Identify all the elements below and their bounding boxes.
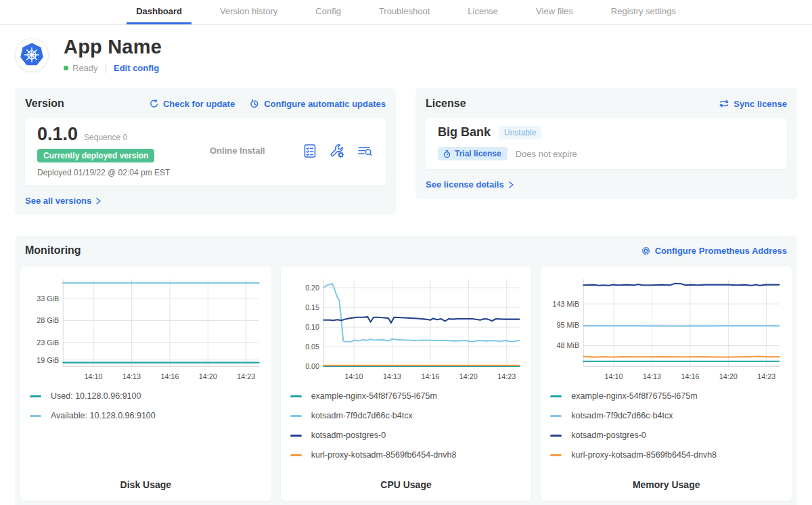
see-all-versions-label: See all versions (25, 196, 91, 206)
tab-view-files[interactable]: View files (526, 0, 583, 24)
tab-troubleshoot[interactable]: Troubleshoot (369, 0, 439, 24)
kubernetes-icon (18, 41, 45, 68)
preflight-checks-icon[interactable] (302, 143, 318, 159)
cpu-usage-legend: example-nginx-54f8f76755-l675mkotsadm-7f… (290, 391, 522, 470)
svg-text:14:10: 14:10 (605, 372, 623, 380)
svg-text:14:23: 14:23 (497, 372, 516, 380)
configure-prometheus-label: Configure Prometheus Address (655, 246, 787, 256)
trial-license-badge: Trial license (438, 147, 508, 160)
memory-usage-chart-card: 48 MiB95 MiB143 MiB14:1014:1314:1614:201… (541, 267, 792, 501)
memory-usage-chart: 48 MiB95 MiB143 MiB14:1014:1314:1614:201… (550, 273, 782, 383)
license-card-title: License (426, 97, 466, 110)
chart-title: Memory Usage (550, 474, 782, 493)
disk-usage-chart-card: 19 GiB23 GiB28 GiB33 GiB14:1014:1314:161… (20, 267, 271, 501)
app-logo (15, 38, 49, 72)
svg-text:14:13: 14:13 (122, 372, 141, 380)
install-type-label: Online Install (210, 146, 302, 156)
top-nav: Dashboard Version history Config Trouble… (0, 0, 812, 25)
legend-swatch-icon (550, 395, 562, 397)
svg-text:0.10: 0.10 (305, 323, 319, 331)
divider: | (105, 63, 107, 73)
svg-text:95 MiB: 95 MiB (557, 321, 580, 329)
legend-swatch-icon (550, 415, 562, 417)
tab-license[interactable]: License (458, 0, 508, 24)
page-title: App Name (64, 36, 162, 58)
expiry-text: Does not expire (516, 149, 577, 159)
sequence-label: Sequence 0 (84, 133, 127, 142)
svg-text:14:16: 14:16 (421, 372, 439, 380)
svg-text:28 GiB: 28 GiB (37, 316, 59, 324)
tab-dashboard[interactable]: Dashboard (127, 0, 191, 24)
legend-item: Available: 10.128.0.96:9100 (30, 411, 262, 420)
svg-text:0.05: 0.05 (305, 343, 319, 351)
see-license-details-link[interactable]: See license details (426, 179, 514, 190)
configure-prometheus-button[interactable]: Configure Prometheus Address (641, 246, 787, 256)
svg-text:33 GiB: 33 GiB (37, 294, 59, 303)
svg-text:14:20: 14:20 (199, 372, 217, 380)
legend-item: Used: 10.128.0.96:9100 (30, 391, 262, 401)
svg-text:0.20: 0.20 (305, 284, 319, 292)
legend-label: kurl-proxy-kotsadm-8569fb6454-dnvh8 (311, 450, 457, 460)
tab-registry-settings[interactable]: Registry settings (602, 0, 685, 24)
legend-swatch-icon (550, 435, 562, 437)
app-status: Ready (72, 63, 98, 73)
legend-swatch-icon (290, 435, 302, 437)
svg-text:14:13: 14:13 (383, 372, 401, 380)
app-header: App Name Ready | Edit config (15, 36, 797, 73)
clock-refresh-icon (250, 99, 260, 109)
legend-item: example-nginx-54f8f76755-l675m (550, 391, 782, 401)
monitoring-title: Monitoring (25, 244, 81, 257)
chart-title: CPU Usage (290, 474, 522, 493)
svg-text:48 MiB: 48 MiB (557, 341, 580, 349)
license-summary-row: Big Bank Unstable Trial license Does not… (426, 118, 787, 169)
version-number: 0.1.0 (37, 124, 78, 145)
legend-swatch-icon (30, 395, 41, 397)
see-all-versions-link[interactable]: See all versions (25, 196, 102, 206)
version-card: Version Check for update (15, 88, 396, 215)
deploy-logs-icon[interactable] (356, 143, 374, 159)
disk-usage-legend: Used: 10.128.0.96:9100Available: 10.128.… (30, 391, 262, 431)
legend-item: kotsadm-postgres-0 (550, 431, 782, 440)
svg-text:14:16: 14:16 (160, 372, 179, 380)
legend-swatch-icon (290, 415, 302, 417)
legend-item: example-nginx-54f8f76755-l675m (290, 391, 522, 401)
chevron-right-icon (95, 197, 102, 205)
configure-automatic-updates-button[interactable]: Configure automatic updates (250, 99, 386, 109)
config-wrench-icon[interactable] (329, 143, 345, 159)
check-for-update-button[interactable]: Check for update (149, 99, 235, 109)
svg-text:14:20: 14:20 (719, 372, 738, 380)
channel-badge: Unstable (499, 126, 541, 139)
tab-config[interactable]: Config (306, 0, 351, 24)
legend-label: kotsadm-postgres-0 (571, 431, 646, 440)
legend-label: example-nginx-54f8f76755-l675m (571, 391, 697, 401)
see-license-details-label: See license details (426, 179, 504, 190)
legend-label: kurl-proxy-kotsadm-8569fb6454-dnvh8 (571, 450, 717, 460)
chevron-right-icon (508, 181, 514, 189)
svg-text:14:10: 14:10 (85, 372, 103, 380)
svg-text:14:10: 14:10 (344, 372, 363, 380)
svg-text:19 GiB: 19 GiB (37, 356, 59, 364)
cpu-usage-chart: 0.000.050.100.150.2014:1014:1314:1614:20… (290, 273, 522, 383)
legend-item: kurl-proxy-kotsadm-8569fb6454-dnvh8 (290, 450, 522, 460)
svg-text:14:13: 14:13 (643, 372, 661, 380)
tab-version-history[interactable]: Version history (210, 0, 287, 24)
svg-text:14:23: 14:23 (758, 372, 776, 380)
legend-swatch-icon (30, 415, 41, 417)
legend-swatch-icon (550, 454, 562, 456)
legend-label: Available: 10.128.0.96:9100 (51, 411, 156, 420)
legend-label: example-nginx-54f8f76755-l675m (311, 391, 437, 401)
sync-icon (719, 99, 729, 108)
legend-item: kotsadm-postgres-0 (290, 431, 522, 440)
sync-license-label: Sync license (734, 99, 787, 109)
refresh-icon (149, 99, 159, 109)
svg-text:14:16: 14:16 (681, 372, 700, 380)
svg-text:0.15: 0.15 (305, 303, 319, 311)
monitoring-card: Monitoring Configure Prometheus Address … (15, 236, 797, 505)
legend-label: kotsadm-7f9dc7d66c-b4tcx (571, 411, 673, 420)
cpu-usage-chart-card: 0.000.050.100.150.2014:1014:1314:1614:20… (281, 267, 532, 501)
legend-swatch-icon (290, 395, 302, 397)
legend-item: kotsadm-7f9dc7d66c-b4tcx (290, 411, 522, 420)
sync-license-button[interactable]: Sync license (719, 99, 787, 109)
legend-item: kurl-proxy-kotsadm-8569fb6454-dnvh8 (550, 450, 782, 460)
edit-config-link[interactable]: Edit config (114, 63, 159, 73)
